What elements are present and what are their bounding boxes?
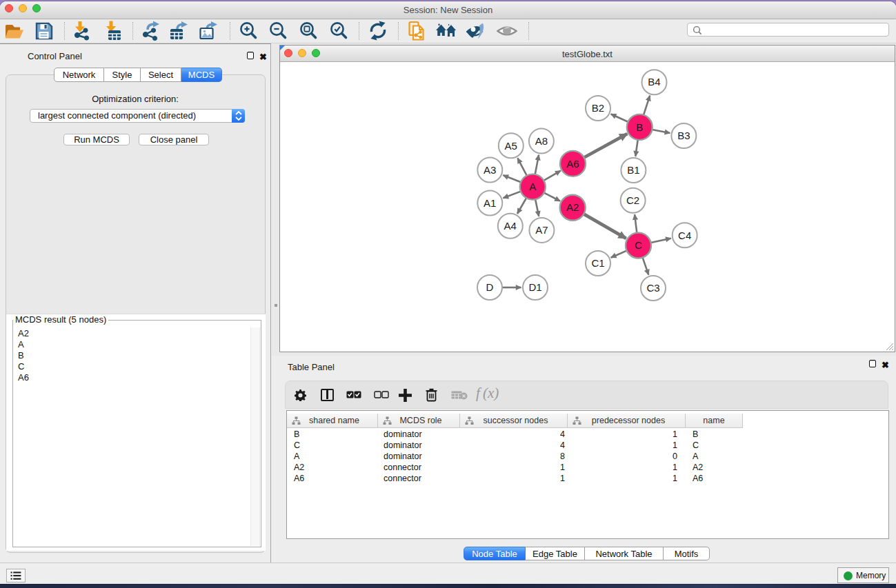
svg-text:A1: A1 — [484, 197, 496, 209]
svg-text:A2: A2 — [566, 201, 579, 213]
svg-text:A: A — [529, 181, 536, 192]
svg-text:B1: B1 — [627, 164, 639, 176]
svg-text:B3: B3 — [677, 130, 690, 141]
svg-text:A4: A4 — [504, 220, 517, 232]
svg-text:C3: C3 — [646, 282, 659, 294]
svg-text:D1: D1 — [528, 281, 541, 293]
svg-text:C: C — [635, 239, 642, 251]
svg-text:C4: C4 — [678, 230, 691, 241]
svg-text:A6: A6 — [566, 158, 579, 170]
svg-text:A8: A8 — [535, 135, 548, 147]
svg-text:A5: A5 — [505, 140, 517, 152]
svg-text:B4: B4 — [648, 76, 660, 88]
svg-text:C1: C1 — [591, 257, 604, 269]
svg-text:A7: A7 — [535, 224, 548, 236]
svg-text:A3: A3 — [484, 164, 496, 176]
svg-text:D: D — [486, 281, 494, 293]
svg-text:C2: C2 — [626, 194, 639, 206]
svg-text:B2: B2 — [592, 102, 604, 114]
svg-text:B: B — [636, 121, 643, 133]
